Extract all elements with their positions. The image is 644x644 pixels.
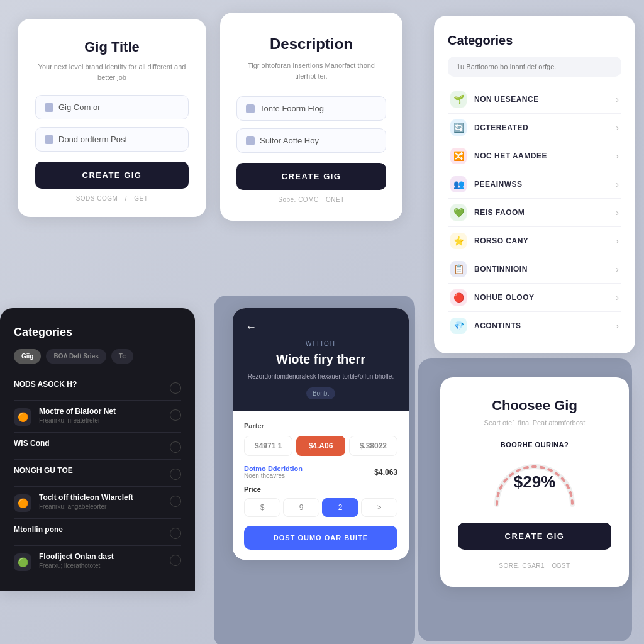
category-item[interactable]: 🔄 DCTEREATED › (448, 114, 621, 142)
radio-button[interactable] (170, 528, 181, 539)
package-tab[interactable]: $4.A06 (296, 436, 345, 456)
offer-header-label: WITIOH (245, 340, 396, 347)
dark-cat-left: NODS ASOCK H? (14, 380, 77, 389)
dark-category-item[interactable]: WIS Cond (14, 433, 181, 460)
filter-tag[interactable]: Tc (111, 349, 133, 364)
dark-cat-left: Mtonllin pone (14, 525, 63, 534)
cat-name: ACONTINTS (474, 321, 521, 330)
card-categories-dark: Categories GiigBOA Deft SriesTc NODS ASO… (0, 308, 195, 591)
price-tab[interactable]: $ (244, 498, 280, 517)
card-categories-right: Categories 🌱 NON UESEANCE › 🔄 DCTEREATED… (434, 16, 635, 353)
input-icon (45, 135, 53, 144)
description-create-gig-button[interactable]: CREATE GIG (236, 163, 386, 190)
category-item[interactable]: 🔀 NOC HET AAMDEE › (448, 142, 621, 170)
category-item[interactable]: 🔴 NOHUE OLOOY › (448, 284, 621, 312)
cat-chevron-icon: › (616, 236, 619, 246)
radio-button[interactable] (170, 409, 181, 421)
cat-left: 📋 BONTINNIOIN (450, 261, 528, 277)
card-gig-title: Gig Title Your next level brand identity… (18, 19, 206, 217)
radio-button[interactable] (170, 469, 181, 480)
delivery-price: $4.063 (374, 468, 397, 477)
radio-button[interactable] (170, 555, 181, 566)
cat-chevron-icon: › (616, 264, 619, 274)
price-tab[interactable]: > (361, 498, 397, 517)
cat-icon: 🔄 (450, 119, 467, 136)
dark-cat-left: WIS Cond (14, 439, 50, 448)
dark-cat-name: NODS ASOCK H? (14, 380, 77, 389)
cat-left: 💎 ACONTINTS (450, 318, 521, 334)
offer-title: Wiote firy therr (245, 352, 396, 367)
cat-name: NON UESEANCE (474, 95, 539, 104)
cat-left: 💚 REIS FAOOM (450, 204, 525, 221)
description-input2[interactable]: Sultor Aofte Hoy (236, 128, 386, 153)
cat-chevron-icon: › (616, 151, 619, 161)
category-item[interactable]: 🌱 NON UESEANCE › (448, 86, 621, 114)
offer-header: ← WITIOH Wiote firy therr Rezordonfomden… (233, 308, 409, 411)
dark-category-item[interactable]: 🟠 Toclt off thicleon Wlarcleft Freanrku;… (14, 487, 181, 519)
filter-tag[interactable]: Giig (14, 349, 41, 364)
price-tab[interactable]: 2 (322, 498, 358, 517)
description-heading: Description (236, 35, 386, 53)
cat-left: ⭐ RORSO CANY (450, 233, 528, 249)
create-gig-button[interactable]: CREATE GIG (35, 162, 189, 189)
gig-title-subtitle: Your next level brand identity for all d… (35, 62, 189, 82)
cat-chevron-icon: › (616, 208, 619, 218)
back-button[interactable]: ← (245, 321, 396, 334)
categories-right-heading: Categories (448, 33, 621, 48)
dark-cat-name: NONGH GU TOE (14, 466, 73, 475)
categories-right-list: 🌱 NON UESEANCE › 🔄 DCTEREATED › 🔀 NOC HE… (448, 86, 621, 340)
dark-cat-icon: 🟢 (14, 553, 31, 571)
category-item[interactable]: ⭐ RORSO CANY › (448, 227, 621, 255)
dark-category-item[interactable]: NODS ASOCK H? (14, 374, 181, 401)
radio-button[interactable] (170, 496, 181, 507)
order-button[interactable]: DOST OUMO OAR BUITE (244, 526, 397, 550)
delivery-row: Dotmo Dderidtion Noen thoavres $4.063 (244, 465, 397, 479)
cat-icon: 👥 (450, 176, 467, 192)
gig-title-heading: Gig Title (35, 39, 189, 55)
dark-cat-left: 🟠 Toclt off thicleon Wlarcleft Freanrku;… (14, 493, 133, 512)
choose-gig-heading: Choosee Gig (458, 397, 611, 414)
package-tab[interactable]: $.38022 (349, 436, 397, 456)
cat-icon: 🔴 (450, 289, 467, 306)
choose-gig-bottom-links: SORE. CSAR1 OBST (458, 562, 611, 569)
category-item[interactable]: 💎 ACONTINTS › (448, 312, 621, 340)
gig-title-input2[interactable]: Dond ordterm Post (35, 127, 189, 152)
category-item[interactable]: 💚 REIS FAOOM › (448, 199, 621, 227)
radio-button[interactable] (170, 441, 181, 453)
offer-tag[interactable]: Bonbt (306, 387, 335, 399)
cat-name: DCTEREATED (474, 123, 528, 132)
dark-category-item[interactable]: 🟢 Floofiject Onlan dast Frearxu; licerat… (14, 546, 181, 577)
cat-icon: ⭐ (450, 233, 467, 249)
package-tab[interactable]: $4971 1 (244, 436, 292, 456)
gauge-svg (484, 457, 585, 508)
cat-left: 🌱 NON UESEANCE (450, 91, 539, 108)
description-bottom-links: Sobe. COMC ONET (236, 196, 386, 203)
choose-gig-create-button[interactable]: CREATE GIG (458, 523, 611, 550)
cat-icon: 🔀 (450, 148, 467, 164)
category-item[interactable]: 📋 BONTINNIOIN › (448, 255, 621, 284)
offer-body: Parter $4971 1$4.A06$.38022 Dotmo Dderid… (233, 411, 409, 560)
card-description: Description Tigr ohtoforan InsertIons Ma… (220, 13, 402, 221)
dark-cat-name: WIS Cond (14, 439, 50, 448)
description-subtitle: Tigr ohtoforan InsertIons Manorfact thon… (236, 60, 386, 81)
cat-name: RORSO CANY (474, 236, 528, 245)
dark-category-item[interactable]: 🟠 Moctre of Biafoor Net Freanrku; nreate… (14, 401, 181, 433)
category-item[interactable]: 👥 PEEAINWSS › (448, 170, 621, 199)
cat-icon: 💚 (450, 204, 467, 221)
dark-category-item[interactable]: NONGH GU TOE (14, 460, 181, 487)
price-tab[interactable]: 9 (283, 498, 319, 517)
radio-button[interactable] (170, 382, 181, 394)
cat-chevron-icon: › (616, 123, 619, 133)
dark-cat-left: 🟢 Floofiject Onlan dast Frearxu; licerat… (14, 552, 114, 571)
categories-search-input[interactable] (448, 57, 621, 77)
filter-tag[interactable]: BOA Deft Sries (46, 349, 106, 364)
description-input1[interactable]: Tonte Foorm Flog (236, 96, 386, 121)
gig-title-input1[interactable]: Gig Com or (35, 95, 189, 119)
dark-cat-icon: 🟠 (14, 408, 31, 426)
dark-category-item[interactable]: Mtonllin pone (14, 519, 181, 546)
offer-desc: Rezordonfomdenoralesk hexauer tortile/ol… (245, 372, 396, 381)
package-tabs: $4971 1$4.A06$.38022 (244, 436, 397, 456)
card-choose-gig: Choosee Gig Seart ote1 final Peat atomfo… (440, 377, 629, 587)
price-label: Price (244, 486, 397, 493)
card-offer: ← WITIOH Wiote firy therr Rezordonfomden… (233, 308, 409, 560)
